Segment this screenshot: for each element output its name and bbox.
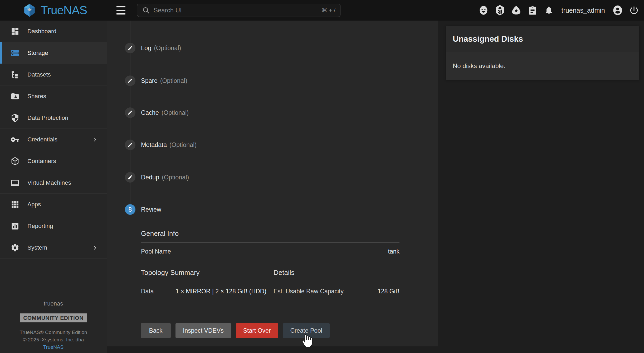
details-heading: Details <box>274 269 294 277</box>
truenas-logo-icon <box>22 3 37 18</box>
shield-icon <box>10 113 20 123</box>
pool-name-row: Pool Name tank <box>141 248 399 255</box>
ix-systems-icon[interactable] <box>495 5 505 16</box>
topology-summary-heading: Topology Summary <box>141 269 200 277</box>
pool-name-value: tank <box>388 248 399 255</box>
sidebar-item-storage[interactable]: Storage <box>0 42 107 64</box>
sidebar-item-label: System <box>27 244 47 251</box>
menu-toggle-icon[interactable] <box>116 6 125 15</box>
pool-creation-wizard: Log(Optional) Spare(Optional) Cache(Opti… <box>107 21 438 346</box>
sidebar-item-virtual-machines[interactable]: Virtual Machines <box>0 172 107 194</box>
sidebar-item-apps[interactable]: Apps <box>0 194 107 215</box>
search-shortcut-hint: ⌘ + / <box>321 7 335 14</box>
copyright-line1: TrueNAS® Community Edition <box>0 329 107 336</box>
truecommand-cloud-icon[interactable] <box>511 5 521 16</box>
inspect-vdevs-button[interactable]: Inspect VDEVs <box>175 323 231 338</box>
step-label: Spare(Optional) <box>141 77 187 84</box>
data-vdev-label: Data <box>141 288 154 295</box>
chevron-right-icon <box>92 137 98 142</box>
capacity-label: Est. Usable Raw Capacity <box>274 288 344 295</box>
sidebar-item-shares[interactable]: Shares <box>0 85 107 107</box>
truenas-logo-text: TrueNAS <box>41 3 87 17</box>
chevron-right-icon <box>92 245 98 251</box>
search-icon <box>142 6 150 14</box>
global-search: ⌘ + / <box>137 4 340 17</box>
gear-icon <box>10 242 20 253</box>
step-label: Log(Optional) <box>141 45 181 52</box>
edit-pencil-icon[interactable] <box>125 75 135 86</box>
edit-pencil-icon[interactable] <box>125 107 135 118</box>
dashboard-icon <box>10 26 20 37</box>
bar-chart-icon <box>10 221 20 231</box>
sidebar-item-label: Reporting <box>27 223 53 230</box>
sidebar-item-credentials[interactable]: Credentials <box>0 129 107 150</box>
sidebar-item-label: Data Protection <box>27 115 68 121</box>
no-disks-message: No disks available. <box>453 62 505 70</box>
sidebar-item-label: Shares <box>27 93 46 100</box>
sidebar-item-label: Apps <box>27 201 41 208</box>
user-avatar-icon[interactable] <box>612 5 623 16</box>
sidebar-item-label: Datasets <box>27 71 51 78</box>
laptop-icon <box>10 178 20 188</box>
sidebar-footer: truenas COMMUNITY EDITION TrueNAS® Commu… <box>0 300 107 351</box>
sidebar-item-containers[interactable]: Containers <box>0 150 107 172</box>
apps-grid-icon <box>10 199 20 210</box>
topbar: TrueNAS ⌘ + / <box>0 0 644 21</box>
general-info-divider <box>141 242 399 243</box>
datasets-tree-icon <box>10 69 20 80</box>
back-button[interactable]: Back <box>141 323 171 338</box>
pool-name-label: Pool Name <box>141 248 171 255</box>
unassigned-disks-title: Unassigned Disks <box>453 34 523 44</box>
topbar-actions: truenas_admin <box>478 0 639 21</box>
edit-pencil-icon[interactable] <box>125 43 135 53</box>
sidebar-item-dashboard[interactable]: Dashboard <box>0 21 107 42</box>
truenas-footer-link[interactable]: TrueNAS <box>0 344 107 351</box>
unassigned-disks-header: Unassigned Disks <box>446 26 639 52</box>
sidebar-item-datasets[interactable]: Datasets <box>0 64 107 85</box>
sidebar-item-label: Storage <box>27 50 48 56</box>
sidebar-item-system[interactable]: System <box>0 237 107 259</box>
hostname-label: truenas <box>0 300 107 307</box>
copyright-line2: © 2025 iXsystems, Inc. dba <box>0 336 107 344</box>
logged-in-username[interactable]: truenas_admin <box>562 7 605 14</box>
step-label: Review <box>141 206 161 213</box>
capacity-row: Est. Usable Raw Capacity 128 GiB <box>274 288 399 295</box>
truenas-screen: TrueNAS ⌘ + / <box>0 0 644 353</box>
sidebar-item-data-protection[interactable]: Data Protection <box>0 107 107 129</box>
jobs-clipboard-icon[interactable] <box>527 5 538 16</box>
copyright-text: TrueNAS® Community Edition © 2025 iXsyst… <box>0 329 107 351</box>
sidebar-item-reporting[interactable]: Reporting <box>0 215 107 237</box>
sidebar-item-label: Dashboard <box>27 28 56 35</box>
power-icon[interactable] <box>629 5 639 16</box>
truenas-logo[interactable]: TrueNAS <box>22 0 87 21</box>
sidebar-item-label: Credentials <box>27 136 57 143</box>
search-input[interactable] <box>154 7 321 14</box>
start-over-button[interactable]: Start Over <box>236 323 278 338</box>
details-divider <box>274 282 399 282</box>
topology-data-row: Data 1 × MIRROR | 2 × 128 GiB (HDD) <box>141 288 266 295</box>
step-label: Metadata(Optional) <box>141 141 197 149</box>
step-number-badge[interactable]: 8 <box>125 204 135 215</box>
edition-badge: COMMUNITY EDITION <box>20 313 87 322</box>
topology-divider <box>141 282 266 282</box>
step-label: Dedup(Optional) <box>141 174 189 181</box>
capacity-value: 128 GiB <box>378 288 399 295</box>
unassigned-disks-panel: Unassigned Disks No disks available. <box>446 26 639 80</box>
sidebar-item-label: Containers <box>27 158 56 165</box>
key-icon <box>10 134 20 145</box>
shared-folder-icon <box>10 91 20 102</box>
unassigned-disks-body: No disks available. <box>446 52 639 80</box>
edit-pencil-icon[interactable] <box>125 172 135 183</box>
sidebar-nav: Dashboard Storage Datasets <box>0 21 107 353</box>
sidebar-item-label: Virtual Machines <box>27 179 71 186</box>
create-pool-button[interactable]: Create Pool <box>283 323 330 338</box>
wizard-actions: Back Inspect VDEVs Start Over Create Poo… <box>141 323 330 338</box>
edit-pencil-icon[interactable] <box>125 140 135 150</box>
cube-icon <box>10 156 20 166</box>
step-label: Cache(Optional) <box>141 109 189 116</box>
notifications-bell-icon[interactable] <box>544 5 554 16</box>
storage-icon <box>10 48 20 58</box>
feedback-smiley-icon[interactable] <box>478 5 489 16</box>
general-info-heading: General Info <box>141 230 179 238</box>
data-vdev-value: 1 × MIRROR | 2 × 128 GiB (HDD) <box>175 288 266 295</box>
